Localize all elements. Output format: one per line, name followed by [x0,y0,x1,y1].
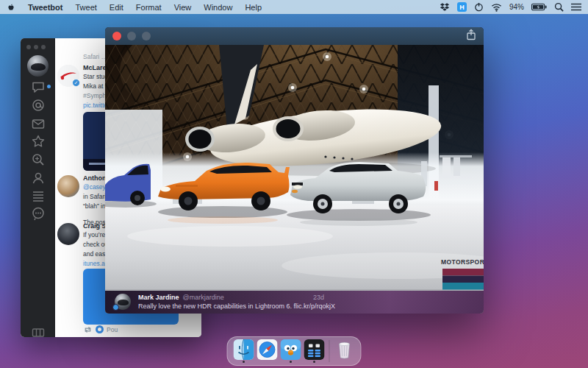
running-indicator [243,361,245,363]
caption-avatar-badge [112,304,119,311]
dock [227,336,362,366]
menu-help[interactable]: Help [245,3,262,12]
tweetbot-window-controls[interactable] [26,45,46,49]
menu-app-name[interactable]: Tweetbot [28,3,62,12]
menu-format[interactable]: Format [136,3,162,12]
zoom-button[interactable] [142,32,151,40]
search-tab-icon[interactable] [31,152,46,167]
menu-tweet[interactable]: Tweet [75,3,96,12]
dock-grid-app-icon[interactable] [304,339,325,363]
desktop: Tweetbot Tweet Edit Format View Window H… [0,0,588,368]
menu-edit[interactable]: Edit [110,3,123,12]
image-viewer-window: MOTORSPORT. Mark Jardine @markjardine 23… [105,27,484,314]
messages-tab-icon[interactable] [31,116,46,131]
running-indicator [290,361,292,363]
dock-separator [329,340,330,362]
timeline-tab-icon[interactable] [31,79,46,94]
mentions-tab-icon[interactable] [31,98,46,113]
verified-badge: ✓ [72,79,80,87]
power-status-icon[interactable] [474,2,484,12]
wifi-icon[interactable] [491,3,502,12]
tweet-avatar-anthony[interactable] [57,175,79,197]
dock-finder-icon[interactable] [234,339,254,363]
caption-timestamp: 23d [313,294,324,301]
dock-trash-icon[interactable] [334,339,355,363]
spotlight-icon[interactable] [554,2,564,12]
viewer-titlebar[interactable] [105,27,484,45]
retweeter-name[interactable]: Pou [107,326,118,333]
share-icon[interactable] [466,29,476,43]
tweet-caption-bar: Mark Jardine @markjardine 23d Really lov… [105,291,484,314]
battery-percent: 94% [509,3,524,11]
menu-view[interactable]: View [174,3,192,12]
minimize-button[interactable] [127,32,136,40]
running-indicator [313,361,315,363]
tweet-avatar-mclaren[interactable]: ✓ [57,65,79,87]
caption-author-name: Mark Jardine [138,294,179,301]
lists-tab-icon[interactable] [31,188,46,203]
partial-tweet-text[interactable]: Safari … [83,53,107,60]
tweet-actions-row: Pou [83,325,118,333]
caption-tweet-text: Really love the new HDR capabilities in … [138,302,335,310]
retweet-icon[interactable] [83,326,93,333]
caption-author-handle: @markjardine [183,294,224,301]
h-app-menu-icon[interactable]: H [457,2,467,12]
svg-text:MOTORSPORT.: MOTORSPORT. [441,258,484,266]
notification-center-icon[interactable] [571,3,581,11]
close-button[interactable] [112,32,121,40]
photo-hangar-cars: MOTORSPORT. Mark Jardine @markjardine 23… [105,45,484,314]
profile-tab-icon[interactable] [31,171,46,185]
apple-menu-icon[interactable] [7,2,15,13]
tweetbot-sidebar [21,38,55,337]
motorsport-watermark: MOTORSPORT. [441,258,484,290]
tweet-avatar-craig[interactable] [57,223,79,245]
menu-bar: Tweetbot Tweet Edit Format View Window H… [0,0,588,14]
menu-window[interactable]: Window [204,3,232,12]
column-view-icon[interactable] [31,325,46,337]
favorites-tab-icon[interactable] [31,134,46,149]
unread-indicator [47,85,51,88]
battery-icon[interactable] [531,3,547,11]
retweeter-avatar[interactable] [96,325,104,333]
dock-tweetbot-icon[interactable] [281,339,301,363]
mute-tab-icon[interactable] [31,206,46,221]
dock-safari-icon[interactable] [257,339,278,363]
account-avatar[interactable] [27,55,49,77]
dropbox-icon[interactable] [440,2,450,12]
